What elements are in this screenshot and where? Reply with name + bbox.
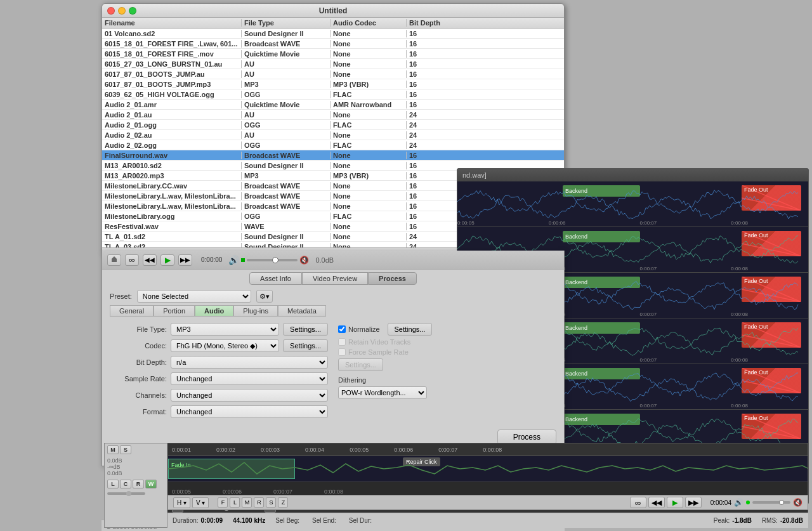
file-row[interactable]: Audio 2_01.amr Quicktime Movie AMR Narro… xyxy=(102,100,564,110)
sub-tab-plugins[interactable]: Plug-ins xyxy=(233,305,278,317)
tab-process[interactable]: Process xyxy=(368,272,417,285)
tab-video-preview[interactable]: Video Preview xyxy=(302,272,368,285)
cell-bitdepth: 16 xyxy=(407,202,457,210)
settings-left: File Type: MP3 Settings... Codec: FhG HD… xyxy=(110,323,328,422)
file-type-settings-btn[interactable]: Settings... xyxy=(283,323,328,336)
bottom-vol-slider[interactable] xyxy=(752,501,790,504)
file-type-select[interactable]: MP3 xyxy=(171,323,279,336)
bottom-rewind-btn[interactable]: ◀◀ xyxy=(648,497,665,508)
fastforward-button[interactable]: ▶▶ xyxy=(178,254,192,266)
sample-rate-row: Sample Rate: Unchanged xyxy=(110,372,328,385)
cell-filename: 6017_87_01_BOOTS_JUMP.au xyxy=(102,70,242,78)
h-v-controls: H ▾ V ▾ xyxy=(173,497,209,508)
tab-asset-info[interactable]: Asset Info xyxy=(249,272,302,285)
col-header-filetype[interactable]: File Type xyxy=(242,19,331,27)
sub-tab-portion[interactable]: Portion xyxy=(154,305,195,317)
bottom-transport-bar: H ▾ V ▾ F L M R S Z ∞ ◀◀ ▶ ▶▶ 0:00:04 🔊 … xyxy=(167,495,808,510)
cell-bitdepth: 16 xyxy=(407,152,457,159)
ltp-r-btn[interactable]: R xyxy=(133,480,144,488)
preset-gear-button[interactable]: ⚙▾ xyxy=(256,290,273,303)
minimize-button[interactable] xyxy=(118,7,126,15)
fx-z-btn[interactable]: Z xyxy=(278,497,288,508)
record-button[interactable] xyxy=(107,254,121,266)
fx-f-btn[interactable]: F xyxy=(218,497,228,508)
v-btn[interactable]: V ▾ xyxy=(192,497,209,508)
force-sample-settings-btn[interactable]: Settings... xyxy=(338,358,383,371)
maximize-button[interactable] xyxy=(129,7,136,15)
fx-r-btn[interactable]: R xyxy=(254,497,264,508)
file-row[interactable]: Audio 2_01.au AU None 24 xyxy=(102,110,564,120)
left-timeline-panel: M S 0.0dB-∞dB0.0dB L C R W xyxy=(104,443,167,528)
dithering-select[interactable]: POW-r Wordlength... xyxy=(338,386,427,399)
svg-rect-0 xyxy=(112,259,117,262)
sample-rate-select[interactable]: Unchanged xyxy=(171,372,328,385)
file-row[interactable]: Audio 2_02.ogg OGG FLAC 24 xyxy=(102,140,564,150)
ltp-ms-row: M S xyxy=(105,443,167,456)
time-mark: 0:00:08 xyxy=(731,220,748,226)
codec-settings-btn[interactable]: Settings... xyxy=(283,339,328,352)
file-row[interactable]: FinalSurround.wav Broadcast WAVE None 16 xyxy=(102,150,564,161)
file-row[interactable]: 6015_18_01_FOREST FIRE_.mov Quicktime Mo… xyxy=(102,49,564,59)
ltp-horizontal-slider[interactable] xyxy=(107,492,145,495)
file-row[interactable]: Audio 2_02.au AU None 24 xyxy=(102,130,564,140)
cell-filetype: Sound Designer II xyxy=(242,243,331,249)
bottom-fastfwd-btn[interactable]: ▶▶ xyxy=(685,497,702,508)
bit-depth-select[interactable]: n/a xyxy=(171,356,328,369)
file-row[interactable]: Audio 2_01.ogg OGG FLAC 24 xyxy=(102,120,564,130)
sub-tab-general[interactable]: General xyxy=(110,305,154,317)
cell-filetype: WAVE xyxy=(242,223,331,230)
fx-m-btn[interactable]: M xyxy=(242,497,252,508)
sub-tab-metadata[interactable]: Metadata xyxy=(278,305,326,317)
cell-codec: None xyxy=(331,152,407,159)
bit-depth-row: Bit Depth: n/a xyxy=(110,356,328,369)
title-bar: Untitled xyxy=(102,4,564,18)
sel-beg-item: Sel Beg: xyxy=(275,517,302,524)
force-sample-checkbox[interactable] xyxy=(338,348,346,356)
cell-filetype: AU xyxy=(242,70,331,78)
file-row[interactable]: 6015_27_03_LONG_BURSTN_01.au AU None 16 xyxy=(102,59,564,69)
ltp-c-btn[interactable]: C xyxy=(120,480,131,488)
file-row[interactable]: 01 Volcano.sd2 Sound Designer II None 16 xyxy=(102,29,564,39)
col-header-codec[interactable]: Audio Codec xyxy=(331,19,407,27)
file-row[interactable]: 6017_87_01_BOOTS_JUMP.au AU None 16 xyxy=(102,69,564,79)
volume-slider[interactable] xyxy=(247,259,298,261)
preset-select[interactable]: None Selected xyxy=(137,290,251,303)
ltp-m-btn[interactable]: M xyxy=(107,445,119,454)
bottom-loop-btn[interactable]: ∞ xyxy=(630,497,646,508)
retain-video-checkbox[interactable] xyxy=(338,338,346,346)
db-display: 0.0dB xyxy=(315,256,334,264)
close-button[interactable] xyxy=(107,7,115,15)
ltp-s-btn[interactable]: S xyxy=(120,445,131,454)
h-btn[interactable]: H ▾ xyxy=(173,497,190,508)
normalize-settings-btn[interactable]: Settings... xyxy=(388,323,433,336)
file-type-label: File Type: xyxy=(110,325,167,333)
bit-depth-label: Bit Depth: xyxy=(110,358,167,366)
fx-s-btn[interactable]: S xyxy=(266,497,276,508)
sub-tab-audio[interactable]: Audio xyxy=(195,305,233,317)
channels-select[interactable]: Unchanged xyxy=(171,389,328,402)
fx-l-btn[interactable]: L xyxy=(230,497,240,508)
volume-knob[interactable] xyxy=(272,257,278,263)
cell-codec: FLAC xyxy=(331,213,407,220)
col-header-filename[interactable]: Filename xyxy=(102,19,242,27)
file-row[interactable]: 6017_87_01_BOOTS_JUMP.mp3 MP3 MP3 (VBR) … xyxy=(102,79,564,89)
cell-codec: FLAC xyxy=(331,91,407,98)
cell-filetype: OGG xyxy=(242,141,331,149)
play-button[interactable]: ▶ xyxy=(160,254,174,266)
bottom-play-btn[interactable]: ▶ xyxy=(667,497,683,508)
normalize-checkbox[interactable] xyxy=(338,325,346,333)
link-button[interactable]: ∞ xyxy=(125,254,139,266)
ltp-w-btn[interactable]: W xyxy=(145,480,157,488)
traffic-lights xyxy=(107,7,136,15)
ltp-l-btn[interactable]: L xyxy=(107,480,119,488)
rewind-button[interactable]: ◀◀ xyxy=(143,254,157,266)
col-header-bitdepth[interactable]: Bit Depth xyxy=(407,19,457,27)
bottom-volume: 0:00:04 🔊 🔇 xyxy=(710,498,802,507)
codec-select[interactable]: FhG HD (Mono, Stereo ◆) xyxy=(171,339,279,352)
duration-label: Duration: xyxy=(173,517,199,524)
format-select[interactable]: Unchanged xyxy=(171,405,328,418)
cell-filetype: Sound Designer II xyxy=(242,233,331,240)
retain-video-row: Retain Video Tracks xyxy=(338,338,556,346)
file-row[interactable]: 6039_62_05_HIGH VOLTAGE.ogg OGG FLAC 16 xyxy=(102,89,564,100)
file-row[interactable]: 6015_18_01_FOREST FIRE_.Lwav, 601... Bro… xyxy=(102,39,564,49)
